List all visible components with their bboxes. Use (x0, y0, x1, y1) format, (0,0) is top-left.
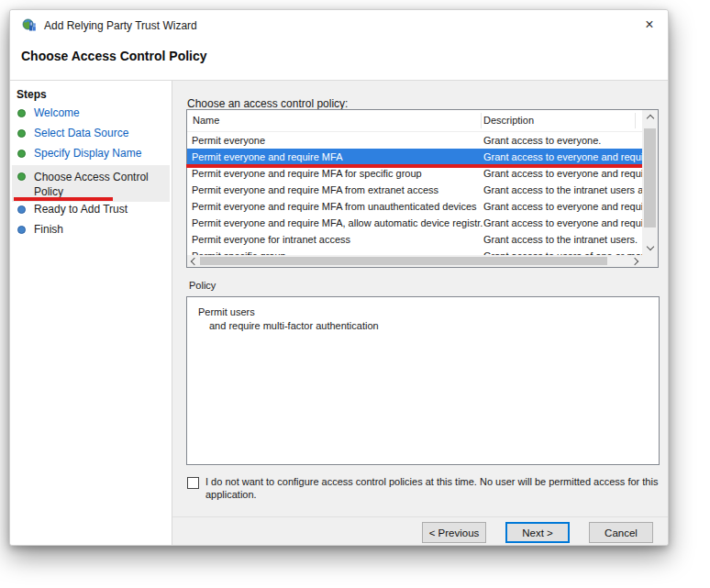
policy-name-cell: Permit everyone for intranet access (187, 231, 483, 248)
annotation-underline-selected-row (186, 164, 642, 168)
step-completed-bullet-icon (17, 150, 26, 158)
wizard-body: Steps Welcome Select Data Source Specify… (10, 80, 668, 545)
step-completed-bullet-icon (17, 129, 26, 138)
policy-name-cell: Permit everyone (187, 132, 483, 149)
horizontal-scrollbar[interactable] (187, 255, 642, 267)
column-header-description[interactable]: Description (483, 115, 534, 126)
page-title: Choose Access Control Policy (21, 49, 207, 63)
policy-name-cell: Permit everyone and require MFA (187, 149, 483, 165)
step-upcoming-bullet-icon (17, 226, 26, 234)
main-pane: Choose an access control policy: Name De… (172, 81, 668, 545)
window-title: Add Relying Party Trust Wizard (44, 19, 197, 32)
column-divider[interactable] (481, 113, 482, 128)
policy-name-cell: Permit specific group (187, 248, 483, 255)
policy-description-box: Permit users and require multi-factor au… (186, 296, 660, 465)
table-row[interactable]: Permit specific groupGrant access to use… (187, 248, 642, 255)
table-row[interactable]: Permit everyone and require MFA from ext… (187, 182, 642, 198)
step-label: Specify Display Name (34, 147, 141, 160)
table-row[interactable]: Permit everyone and require MFA from una… (187, 198, 642, 215)
scroll-down-icon[interactable] (642, 241, 658, 255)
horizontal-scrollbar-thumb[interactable] (200, 257, 607, 265)
table-row[interactable]: Permit everyone and require MFA, allow a… (187, 215, 642, 231)
table-row[interactable]: Permit everyone and require MFAGrant acc… (187, 149, 642, 165)
steps-sidebar: Steps Welcome Select Data Source Specify… (10, 81, 172, 545)
step-label: Finish (34, 223, 63, 236)
vertical-scrollbar[interactable] (642, 110, 658, 255)
skip-access-control-checkbox[interactable] (187, 477, 199, 489)
step-label: Welcome (34, 106, 80, 119)
policy-name-cell: Permit everyone and require MFA, allow a… (187, 215, 483, 231)
scrollbar-corner (642, 255, 658, 267)
access-control-policy-list: Name Description Permit everyoneGrant ac… (186, 109, 659, 268)
step-label: Ready to Add Trust (34, 203, 128, 216)
annotation-underline-current-step (14, 197, 113, 201)
policy-name-cell: Permit everyone and require MFA from ext… (187, 182, 483, 198)
policy-section-label: Policy (189, 280, 216, 291)
policy-text-line: Permit users (198, 306, 648, 317)
button-row: < Previous Next > Cancel (422, 522, 653, 543)
previous-button[interactable]: < Previous (422, 522, 486, 543)
step-item-welcome[interactable]: Welcome (17, 103, 168, 123)
list-label: Choose an access control policy: (187, 97, 348, 110)
list-header[interactable]: Name Description (187, 110, 642, 132)
column-divider[interactable] (635, 113, 636, 128)
title-bar[interactable]: Add Relying Party Trust Wizard × (10, 10, 668, 39)
close-icon[interactable]: × (637, 14, 662, 36)
table-row[interactable]: Permit everyone for intranet accessGrant… (187, 231, 642, 248)
policy-name-cell: Permit everyone and require MFA from una… (187, 198, 483, 215)
policy-text-line: and require multi-factor authentication (198, 320, 648, 331)
cancel-button[interactable]: Cancel (589, 522, 653, 543)
step-item-specify-display-name[interactable]: Specify Display Name (17, 143, 168, 163)
step-label: Select Data Source (34, 127, 128, 139)
step-item-select-data-source[interactable]: Select Data Source (17, 123, 168, 143)
policy-description-cell: Grant access to the intranet users. (483, 231, 642, 248)
policy-description-cell: Grant access to everyone. (483, 132, 642, 149)
wizard-window: Add Relying Party Trust Wizard × Choose … (9, 9, 669, 546)
policy-description-cell: Grant access to everyone and requir (483, 198, 642, 215)
step-item-finish: Finish (17, 219, 168, 239)
column-header-name[interactable]: Name (193, 115, 219, 126)
step-completed-bullet-icon (17, 172, 26, 181)
policy-description-cell: Grant access to everyone and requir (483, 215, 642, 231)
step-item-choose-access-control-policy[interactable]: Choose Access Control Policy (12, 165, 170, 202)
policy-table-rows: Permit everyoneGrant access to everyone.… (187, 132, 642, 255)
scroll-up-icon[interactable] (642, 110, 658, 124)
table-row[interactable]: Permit everyoneGrant access to everyone. (187, 132, 642, 149)
policy-description-cell: Grant access to the intranet users an (483, 182, 642, 198)
scroll-left-icon[interactable] (187, 255, 199, 267)
footer-bar: < Previous Next > Cancel (172, 516, 668, 545)
policy-description-cell: Grant access to everyone and requir (483, 149, 642, 165)
skip-access-control-checkbox-label[interactable]: I do not want to configure access contro… (205, 475, 659, 501)
policy-description-cell: Grant access to users of one or more (483, 248, 642, 255)
next-button[interactable]: Next > (505, 522, 570, 543)
adfs-app-icon (22, 17, 37, 32)
step-label: Choose Access Control Policy (34, 170, 155, 199)
scroll-right-icon[interactable] (630, 255, 642, 267)
step-upcoming-bullet-icon (17, 205, 26, 214)
step-completed-bullet-icon (17, 109, 26, 117)
step-item-ready-to-add-trust: Ready to Add Trust (17, 199, 168, 219)
vertical-scrollbar-thumb[interactable] (644, 128, 656, 227)
steps-heading: Steps (17, 88, 47, 101)
